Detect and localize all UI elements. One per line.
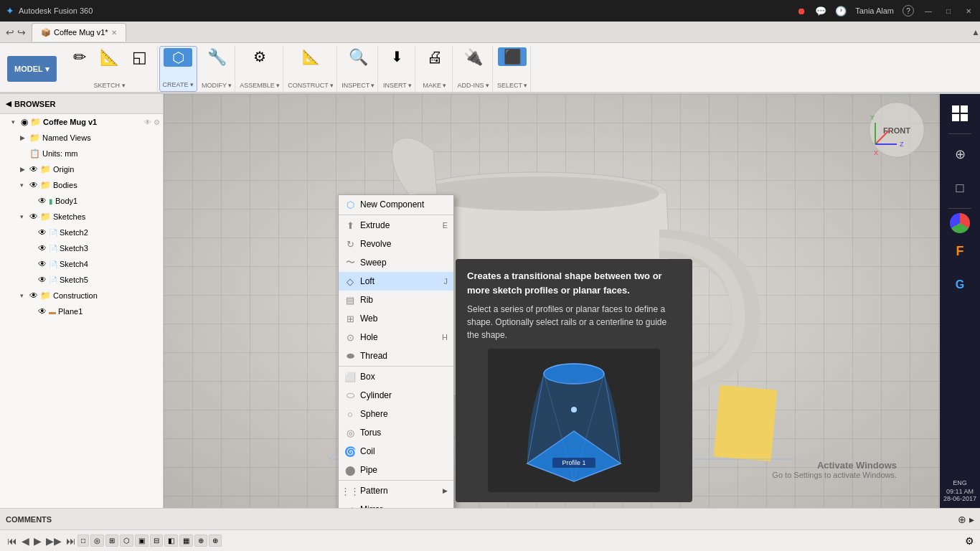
- tree-item-sketch3[interactable]: 👁 📄 Sketch3: [0, 240, 163, 256]
- maximize-btn[interactable]: □: [943, 5, 954, 17]
- menu-thread[interactable]: ⬬ Thread: [339, 347, 453, 365]
- tree-item-root[interactable]: ▾ ◉ 📁 Coffee Mug v1 👁 ⚙: [0, 114, 163, 130]
- tl-icon-7[interactable]: ◧: [164, 534, 178, 547]
- record-icon[interactable]: ⏺: [797, 6, 806, 17]
- rs-search-icon[interactable]: ⊕: [944, 138, 976, 170]
- tree-settings-root[interactable]: ⚙: [154, 118, 160, 126]
- step-back-btn[interactable]: ◀: [20, 534, 31, 548]
- tl-icon-5[interactable]: ▣: [135, 534, 149, 547]
- menu-rib[interactable]: ▤ Rib: [339, 291, 453, 309]
- tree-item-body1[interactable]: 👁 ▮ Body1: [0, 193, 163, 209]
- menu-torus[interactable]: ◎ Torus: [339, 423, 453, 442]
- tree-item-plane1[interactable]: 👁 ▬ Plane1: [0, 303, 163, 319]
- menu-loft[interactable]: ◇ Loft J: [339, 272, 453, 291]
- menu-box[interactable]: ⬜ Box: [339, 367, 453, 386]
- chevron-bodies: ▾: [20, 182, 27, 189]
- minimize-btn[interactable]: —: [923, 5, 934, 17]
- chat-icon[interactable]: 💬: [815, 6, 826, 17]
- tree-eye-root[interactable]: 👁: [144, 118, 151, 126]
- menu-extrude[interactable]: ⬆ Extrude E: [339, 216, 453, 235]
- tl-icon-1[interactable]: □: [77, 534, 89, 547]
- tab-coffee-mug[interactable]: 📦 Coffee Mug v1* ✕: [32, 23, 126, 42]
- tree-item-sketch4[interactable]: 👁 📄 Sketch4: [0, 256, 163, 272]
- addins-btn[interactable]: 🔌: [459, 47, 488, 67]
- select-label[interactable]: SELECT ▾: [497, 82, 527, 90]
- construct-btn[interactable]: 📐: [296, 47, 325, 66]
- make-btn[interactable]: 🖨: [420, 47, 449, 67]
- chevron-origin: ▶: [20, 166, 27, 173]
- tl-icon-4[interactable]: ⬡: [120, 534, 133, 547]
- menu-mirror[interactable]: ⇌ Mirror: [339, 500, 453, 508]
- browser-header[interactable]: ◀ BROWSER: [0, 94, 163, 114]
- comments-expand-icon[interactable]: ▸: [969, 514, 974, 525]
- tl-icon-2[interactable]: ◎: [90, 534, 104, 547]
- tree-item-sketch2[interactable]: 👁 📄 Sketch2: [0, 225, 163, 240]
- play-btn[interactable]: ▶: [32, 534, 43, 548]
- skip-start-btn[interactable]: ⏮: [6, 534, 19, 548]
- maximize-panel-icon[interactable]: ▲: [971, 27, 980, 37]
- tree-item-sketch5[interactable]: 👁 📄 Sketch5: [0, 272, 163, 288]
- browser-title: BROWSER: [14, 100, 55, 108]
- menu-new-component[interactable]: ⬡ New Component: [339, 195, 453, 214]
- menu-cylinder[interactable]: ⬭ Cylinder: [339, 386, 453, 405]
- assemble-btn[interactable]: ⚙: [245, 47, 274, 66]
- history-icon[interactable]: 🕐: [835, 6, 847, 17]
- rs-task-icon[interactable]: □: [944, 172, 976, 204]
- menu-sphere[interactable]: ○ Sphere: [339, 405, 453, 423]
- skip-end-btn[interactable]: ⏭: [65, 534, 77, 548]
- construct-label[interactable]: CONSTRUCT ▾: [288, 82, 334, 90]
- step-fwd-btn[interactable]: ▶▶: [44, 534, 63, 548]
- undo-btn[interactable]: ↩: [6, 27, 14, 38]
- sketch2-btn[interactable]: 📐: [95, 47, 124, 67]
- menu-sweep[interactable]: 〜 Sweep: [339, 253, 453, 272]
- comments-add-icon[interactable]: ⊕: [958, 514, 966, 525]
- menu-pipe[interactable]: ⬤ Pipe: [339, 461, 453, 479]
- menu-revolve[interactable]: ↻ Revolve: [339, 235, 453, 253]
- right-sidebar: ⊕ □ F G ENG 09:11 AM 28-06-2017: [940, 94, 980, 508]
- label-extrude: Extrude: [360, 220, 438, 230]
- tl-icon-10[interactable]: ⊕: [209, 534, 222, 547]
- menu-web[interactable]: ⊞ Web: [339, 309, 453, 328]
- inspect-btn[interactable]: 🔍: [344, 47, 372, 67]
- tree-item-construction[interactable]: ▾ 👁 📁 Construction: [0, 288, 163, 303]
- assemble-label[interactable]: ASSEMBLE ▾: [240, 82, 280, 90]
- rs-g-icon[interactable]: G: [944, 269, 976, 301]
- sketch3-btn[interactable]: ◱: [126, 47, 154, 67]
- select-btn[interactable]: ⬛: [498, 47, 527, 66]
- close-btn[interactable]: ✕: [963, 5, 974, 17]
- user-name[interactable]: Tania Alam: [855, 6, 894, 15]
- tl-icon-9[interactable]: ⊕: [194, 534, 207, 547]
- model-button[interactable]: MODEL ▾: [7, 56, 57, 82]
- tab-close-icon[interactable]: ✕: [111, 29, 117, 37]
- make-label[interactable]: MAKE ▾: [423, 82, 446, 90]
- menu-pattern[interactable]: ⋮⋮ Pattern ▶: [339, 481, 453, 500]
- tl-icon-6[interactable]: ⊟: [150, 534, 163, 547]
- tree-item-bodies[interactable]: ▾ 👁 📁 Bodies: [0, 177, 163, 193]
- tree-item-units[interactable]: 📋 Units: mm: [0, 146, 163, 161]
- modify-label[interactable]: MODIFY ▾: [202, 82, 232, 90]
- menu-coil[interactable]: 🌀 Coil: [339, 442, 453, 461]
- tl-icon-3[interactable]: ⊞: [105, 534, 118, 547]
- label-sketch2: Sketch2: [60, 228, 88, 237]
- settings-icon[interactable]: ⚙: [965, 535, 974, 547]
- rs-windows-icon[interactable]: [944, 98, 976, 129]
- help-icon[interactable]: ?: [903, 5, 914, 17]
- create-menu: ⬡ New Component ⬆ Extrude E ↻ Revolve 〜 …: [338, 194, 454, 508]
- create-label[interactable]: CREATE ▾: [163, 81, 194, 90]
- sketch-label[interactable]: SKETCH ▾: [94, 82, 126, 90]
- redo-btn[interactable]: ↪: [17, 27, 26, 38]
- tree-item-sketches[interactable]: ▾ 👁 📁 Sketches: [0, 209, 163, 225]
- rs-chrome-icon[interactable]: [950, 213, 970, 233]
- tree-item-origin[interactable]: ▶ 👁 📁 Origin: [0, 161, 163, 177]
- insert-btn[interactable]: ⬇: [383, 47, 412, 66]
- sketch-btn[interactable]: ✏: [65, 47, 94, 67]
- rs-fusion-icon[interactable]: F: [944, 235, 976, 267]
- tree-item-named-views[interactable]: ▶ 📁 Named Views: [0, 130, 163, 146]
- addins-label[interactable]: ADD-INS ▾: [457, 82, 489, 90]
- menu-hole[interactable]: ⊙ Hole H: [339, 328, 453, 347]
- modify-btn[interactable]: 🔧: [202, 47, 231, 67]
- inspect-label[interactable]: INSPECT ▾: [341, 82, 374, 90]
- tl-icon-8[interactable]: ▦: [179, 534, 193, 547]
- create-btn[interactable]: ⬡: [164, 48, 192, 67]
- insert-label[interactable]: INSERT ▾: [383, 82, 412, 90]
